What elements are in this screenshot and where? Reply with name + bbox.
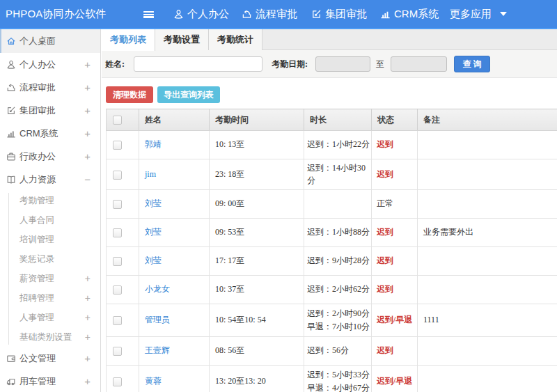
table-row: 王壹辉08: 56至迟到：56分迟到 (107, 337, 557, 366)
sidebar: 个人桌面个人办公+流程审批+集团审批+CRM系统+行政办公+人力资源− 考勤管理… (0, 29, 101, 392)
employee-name-link[interactable]: 郭靖 (145, 139, 162, 149)
duration-cell: 迟到：56分 (304, 337, 372, 366)
plus-icon[interactable]: + (84, 347, 91, 370)
topnav-1[interactable]: 个人办公 (173, 0, 229, 28)
name-cell: jim (139, 159, 210, 190)
plus-icon[interactable]: + (85, 308, 91, 327)
table-body: 郭靖10: 13至迟到：1小时22分迟到jim23: 18至迟到：14小时30分… (107, 131, 557, 392)
column-header: 备注 (418, 109, 557, 131)
sidebar-item[interactable]: 人事合同 (0, 210, 100, 230)
search-button[interactable]: 查 询 (454, 56, 490, 72)
toolbar: 清理数据 导出查询列表 (102, 78, 557, 109)
sidebar-item[interactable]: 薪资管理+ (0, 269, 100, 288)
sidebar-item[interactable]: 公文管理+ (0, 347, 100, 370)
sidebar-item[interactable]: 人力资源− (0, 168, 100, 191)
topnav-4[interactable]: CRM系统 (380, 0, 439, 28)
minus-icon[interactable]: − (84, 168, 91, 191)
topnav-3[interactable]: 集团审批 (311, 0, 367, 28)
duration-cell: 迟到：2小时62分 (304, 276, 372, 304)
employee-name-link[interactable]: 管理员 (145, 315, 170, 324)
sidebar-item[interactable]: 考勤管理 (0, 191, 100, 210)
select-all-header (107, 109, 139, 131)
time-cell: 10: 13至 (210, 131, 304, 159)
row-checkbox[interactable] (113, 257, 122, 266)
plus-icon[interactable]: + (84, 122, 91, 145)
status-cell: 迟到/早退 (372, 304, 418, 337)
duration-cell: 迟到：9小时28分 (304, 247, 372, 276)
note-cell (418, 247, 557, 276)
tab-1[interactable]: 考勤列表 (102, 29, 155, 51)
employee-name-link[interactable]: 刘莹 (145, 198, 162, 208)
sidebar-item[interactable]: 集团审批+ (0, 99, 100, 122)
menu-toggle-icon[interactable] (143, 11, 154, 19)
employee-name-link[interactable]: jim (145, 169, 156, 179)
topnav-2[interactable]: 流程审批 (242, 0, 297, 28)
employee-name-link[interactable]: 黄蓉 (145, 376, 162, 386)
employee-name-link[interactable]: 刘莹 (145, 256, 162, 265)
plus-icon[interactable]: + (84, 99, 91, 122)
note-cell (418, 131, 557, 159)
time-cell: 17: 17至 (210, 247, 304, 276)
note-cell: 1111 (418, 304, 557, 337)
note-cell (418, 366, 557, 392)
sidebar-item-label: 招聘管理 (19, 288, 54, 308)
topnav-5[interactable]: 更多应用 (450, 0, 507, 28)
sidebar-item-label: 个人办公 (19, 53, 56, 76)
date-to-input[interactable] (391, 56, 447, 72)
date-filter-label: 考勤日期: (272, 50, 308, 78)
sidebar-item-label: 流程审批 (19, 76, 56, 99)
note-cell (418, 337, 557, 366)
sidebar-item[interactable]: 培训管理 (0, 230, 100, 249)
duration-line: 迟到：56分 (307, 345, 370, 357)
plus-icon[interactable]: + (84, 145, 91, 168)
topnav-label: 个人办公 (187, 8, 229, 19)
status-cell: 迟到 (372, 247, 418, 276)
row-checkbox[interactable] (113, 171, 122, 180)
barchart-icon (6, 129, 16, 139)
row-checkbox[interactable] (113, 141, 122, 150)
sidebar-item[interactable]: 个人办公+ (0, 53, 100, 76)
plus-icon[interactable]: + (84, 76, 91, 99)
sidebar-item[interactable]: 奖惩记录 (0, 249, 100, 269)
plus-icon[interactable]: + (84, 53, 91, 76)
sidebar-item[interactable]: 用车管理+ (0, 370, 100, 392)
employee-name-link[interactable]: 小龙女 (145, 284, 170, 294)
export-button[interactable]: 导出查询列表 (157, 86, 220, 103)
date-from-input[interactable] (315, 56, 370, 72)
sidebar-item-label: 公文管理 (19, 347, 56, 370)
sidebar-item[interactable]: 行政办公+ (0, 145, 100, 168)
employee-name-link[interactable]: 刘莹 (145, 227, 162, 237)
plus-icon[interactable]: + (85, 327, 91, 347)
sidebar-menu-bottom: 公文管理+用车管理+ (0, 347, 100, 392)
name-filter-input[interactable] (134, 56, 262, 72)
plus-icon[interactable]: + (85, 269, 91, 288)
status-cell: 迟到 (372, 131, 418, 159)
sidebar-item[interactable]: 个人桌面 (0, 29, 100, 53)
row-checkbox[interactable] (113, 377, 122, 386)
row-checkbox[interactable] (113, 285, 122, 295)
main-panel: 考勤列表考勤设置考勤统计 姓名: 考勤日期: 至 查 询 清理数据 导出查询列表… (102, 29, 557, 392)
tab-3[interactable]: 考勤统计 (209, 29, 262, 50)
sidebar-item[interactable]: 流程审批+ (0, 76, 100, 99)
duration-cell: 迟到：2小时90分早退：7小时10分 (304, 304, 372, 337)
sidebar-item[interactable]: 基础类别设置+ (0, 327, 100, 347)
duration-line: 迟到：5小时33分 (307, 368, 370, 382)
sidebar-item[interactable]: 招聘管理+ (0, 288, 100, 308)
select-all-checkbox[interactable] (113, 116, 122, 125)
sidebar-item[interactable]: CRM系统+ (0, 122, 100, 145)
name-filter-label: 姓名: (105, 50, 125, 78)
plus-icon[interactable]: + (84, 370, 91, 392)
time-cell: 09: 53至 (210, 219, 304, 247)
column-header: 姓名 (139, 109, 210, 131)
row-checkbox[interactable] (113, 200, 122, 209)
row-checkbox[interactable] (113, 228, 122, 237)
plus-icon[interactable]: + (85, 288, 91, 308)
clear-data-button[interactable]: 清理数据 (106, 86, 153, 103)
employee-name-link[interactable]: 王壹辉 (145, 345, 170, 355)
sidebar-item[interactable]: 人事管理+ (0, 308, 100, 327)
tab-strip: 考勤列表考勤设置考勤统计 (102, 29, 557, 50)
row-checkbox[interactable] (113, 316, 122, 325)
tab-2[interactable]: 考勤设置 (155, 29, 209, 50)
row-checkbox[interactable] (113, 347, 122, 356)
duration-line: 迟到：2小时62分 (307, 283, 370, 296)
